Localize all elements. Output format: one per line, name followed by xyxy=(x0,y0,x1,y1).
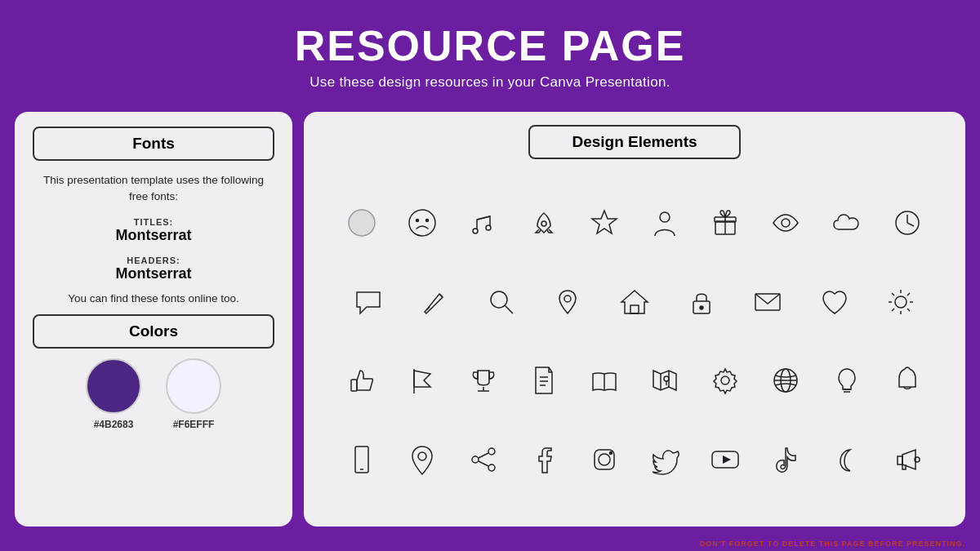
swatch-lavender-circle xyxy=(166,358,221,414)
house-icon xyxy=(612,280,657,324)
flag-icon xyxy=(400,358,444,402)
find-fonts-text: You can find these fonts online too. xyxy=(33,292,274,304)
gear-icon xyxy=(703,358,747,402)
svg-line-33 xyxy=(892,309,894,311)
svg-point-62 xyxy=(609,452,612,455)
svg-marker-20 xyxy=(621,291,648,313)
right-panel: Design Elements xyxy=(304,112,965,527)
header-font-label: HEADERS: xyxy=(33,256,274,265)
bell-icon xyxy=(885,358,929,402)
svg-line-6 xyxy=(477,216,490,220)
globe-icon xyxy=(764,358,808,402)
share-icon xyxy=(461,438,506,482)
swatch-lavender: #F6EFFF xyxy=(166,358,221,430)
colors-label: Colors xyxy=(33,314,274,349)
page-subtitle: Use these design resources in your Canva… xyxy=(16,74,964,91)
svg-line-31 xyxy=(907,309,910,311)
svg-line-58 xyxy=(479,453,488,458)
moon-icon xyxy=(825,438,869,482)
pin-icon xyxy=(546,280,590,324)
svg-point-56 xyxy=(472,456,479,463)
open-book-icon xyxy=(582,358,626,402)
header-font-value: Montserrat xyxy=(33,265,274,282)
color-swatches: #4B2683 #F6EFFF xyxy=(33,358,274,430)
icon-row-1 xyxy=(323,201,946,245)
lightbulb-icon xyxy=(825,358,869,402)
svg-rect-34 xyxy=(351,380,357,391)
youtube-icon xyxy=(703,438,747,482)
speech-bubble-icon xyxy=(346,280,390,324)
lock-icon xyxy=(679,280,724,324)
svg-marker-8 xyxy=(592,211,617,233)
twitter-icon xyxy=(643,438,687,482)
svg-point-23 xyxy=(700,306,703,309)
svg-line-30 xyxy=(892,293,894,295)
trophy-icon xyxy=(461,358,506,402)
svg-rect-52 xyxy=(355,447,368,473)
circle-icon xyxy=(340,201,384,245)
svg-line-18 xyxy=(505,305,513,313)
mobile-icon xyxy=(340,438,384,482)
svg-point-5 xyxy=(486,225,491,230)
swatch-purple: #4B2683 xyxy=(86,358,141,430)
heart-icon xyxy=(813,280,857,324)
fonts-description: This presentation template uses the foll… xyxy=(33,172,274,206)
svg-line-16 xyxy=(907,223,914,226)
main-content: Fonts This presentation template uses th… xyxy=(0,102,980,536)
svg-point-9 xyxy=(660,212,670,222)
colors-section: Colors #4B2683 #F6EFFF xyxy=(33,314,274,430)
page-title: RESOURCE PAGE xyxy=(16,23,964,69)
title-font-block: TITLES: Montserrat xyxy=(33,217,274,244)
clock-icon xyxy=(885,201,929,245)
svg-point-45 xyxy=(664,376,669,381)
svg-line-59 xyxy=(479,461,488,466)
svg-point-54 xyxy=(418,452,426,460)
tiktok-icon xyxy=(764,438,808,482)
svg-point-57 xyxy=(488,464,495,471)
svg-point-4 xyxy=(473,229,478,233)
location-icon xyxy=(400,438,444,482)
svg-point-3 xyxy=(426,219,429,221)
cloud-icon xyxy=(825,201,869,245)
envelope-icon xyxy=(746,280,790,324)
svg-point-61 xyxy=(599,454,610,465)
megaphone-icon xyxy=(885,438,929,482)
instagram-icon xyxy=(582,438,626,482)
left-panel: Fonts This presentation template uses th… xyxy=(15,112,292,527)
svg-line-32 xyxy=(907,293,910,295)
sad-face-icon xyxy=(400,201,444,245)
svg-point-46 xyxy=(721,376,729,384)
svg-point-7 xyxy=(541,221,546,226)
svg-point-13 xyxy=(782,219,790,227)
person-icon xyxy=(643,201,687,245)
icons-grid xyxy=(323,166,946,517)
swatch-purple-circle xyxy=(86,358,141,414)
music-notes-icon xyxy=(461,201,506,245)
star-icon xyxy=(582,201,626,245)
icon-row-3 xyxy=(323,358,946,402)
icon-row-2 xyxy=(323,280,946,324)
header: RESOURCE PAGE Use these design resources… xyxy=(0,0,980,102)
rocket-icon xyxy=(522,201,566,245)
search-icon xyxy=(479,280,523,324)
title-font-label: TITLES: xyxy=(33,217,274,227)
svg-point-1 xyxy=(409,210,435,236)
sun-icon xyxy=(879,280,923,324)
eye-icon xyxy=(764,201,808,245)
svg-point-25 xyxy=(895,296,906,308)
facebook-icon xyxy=(522,438,566,482)
svg-marker-64 xyxy=(723,455,731,464)
swatch-purple-hex: #4B2683 xyxy=(94,419,134,430)
icon-row-4 xyxy=(323,438,946,482)
design-elements-label: Design Elements xyxy=(528,125,741,159)
svg-rect-21 xyxy=(630,305,639,313)
document-icon xyxy=(522,358,566,402)
svg-point-19 xyxy=(564,295,571,302)
gift-icon xyxy=(703,201,747,245)
svg-point-0 xyxy=(349,210,375,236)
swatch-lavender-hex: #F6EFFF xyxy=(173,419,215,430)
footer-note: DON'T FORGET TO DELETE THIS PAGE BEFORE … xyxy=(0,536,980,551)
title-font-value: Montserrat xyxy=(33,227,274,244)
pencil-icon xyxy=(412,280,457,324)
map-icon xyxy=(643,358,687,402)
